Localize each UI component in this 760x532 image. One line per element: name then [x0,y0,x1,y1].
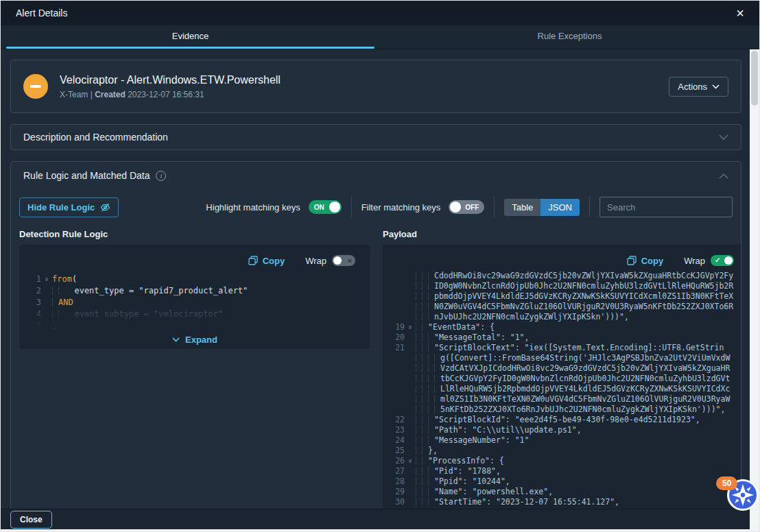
indent-guide [428,385,434,393]
indent-guide [428,343,434,352]
close-button[interactable]: Close [10,511,52,529]
fold-chevron-icon[interactable]: ∨ [41,274,52,285]
fold-gutter [405,466,416,476]
indent-guide [422,405,428,413]
line-number: 24 [387,435,405,446]
indent-guide [422,271,428,280]
tab-rule-exceptions[interactable]: Rule Exceptions [380,25,759,49]
indent-guide [416,395,422,403]
code-text: event_type = "rapid7_product_alert" [52,285,248,297]
copy-icon [248,256,258,265]
line-number [387,312,405,322]
fold-gutter [405,415,416,425]
code-line: 4 event_subtype = "velociraptor" [23,309,370,320]
line-number: 30 [387,497,405,507]
code-line: 21"ScriptBlockText": "iex([System.Text.E… [387,343,741,353]
vertical-divider [589,197,590,217]
indent-guide [416,364,422,372]
code-text: ml0ZS1Ib3N0KFtTeXN0ZW0uVGV4dC5FbmNvZGluZ… [416,394,730,404]
view-json-button[interactable]: JSON [541,199,580,216]
code-text: VzdCAtVXJpICdodHRwOi8vc29waG9zdGVzdC5jb2… [416,363,730,374]
line-number: 26 [387,456,405,466]
view-table-button[interactable]: Table [504,199,541,216]
code-text: ID0gW0NvbnZlcnRdOjpUb0Jhc2U2NFN0cmluZyhb… [416,281,733,291]
indent-guide [422,436,428,444]
toggle-on-label: ON [314,204,324,211]
page-scrollbar-track[interactable] [750,49,759,531]
indent-guide [428,333,434,341]
severity-medium-icon [23,74,48,99]
fold-gutter [405,425,416,435]
copy-button[interactable]: Copy [248,256,285,266]
indent-guide [428,405,434,413]
code-line: 30"StartTime": "2023-12-07 16:55:41.127"… [387,497,741,507]
indent-guide [428,395,434,403]
copy-label: Copy [263,256,285,266]
fold-gutter [41,297,52,309]
fold-chevron-icon[interactable]: ∨ [405,322,416,332]
hide-rule-logic-button[interactable]: Hide Rule Logic [19,197,119,217]
code-text: "Name": "powershell.exe", [416,487,553,497]
modal-header: Alert Details × [1,1,759,25]
fold-gutter [405,476,416,487]
fold-chevron-icon[interactable]: ∨ [405,456,416,466]
close-icon[interactable]: × [736,6,744,20]
line-number: 27 [387,466,405,476]
page-scrollbar-thumb[interactable] [751,51,758,106]
view-mode-segmented-control: Table JSON [504,199,580,216]
subtitle-separator: | [91,90,93,99]
indent-guide [416,405,422,413]
code-text: ) [52,320,57,332]
code-text: LlRleHQuRW5jb2RpbmddOjpVVEY4LkdldEJ5dGVz… [416,384,730,394]
rule-logic-section-header[interactable]: Rule Logic and Matched Data i [11,162,741,189]
indent-guide [416,333,422,341]
line-number: 2 [23,285,41,297]
actions-button[interactable]: Actions [669,77,728,97]
tab-evidence[interactable]: Evidence [1,25,380,49]
highlight-matching-keys-label: Highlight matching keys [206,202,300,213]
fold-gutter [405,363,416,374]
code-line: 25}, [387,446,741,456]
code-text: "EventData": { [416,322,495,332]
code-line: VzdCAtVXJpICdodHRwOi8vc29waG9zdGVzdC5jb2… [387,363,741,374]
indent-guide [428,477,434,485]
code-line: 27"Pid": "1788", [387,466,741,476]
code-line: 24"MessageNumber": "1" [387,435,741,446]
expand-link[interactable]: Expand [19,335,370,345]
code-line: 5nKFtDb252ZXJ0XTo6RnJvbUJhc2U2NFN0cmluZy… [387,404,741,415]
indent-guide [416,457,422,465]
indent-guide [416,498,422,506]
description-section: Description and Recommendation [10,124,741,150]
indent-guide [428,364,434,372]
chevron-down-icon [719,134,728,141]
copy-button[interactable]: Copy [627,256,664,266]
indent-guide [422,364,428,372]
code-text: from( [52,274,77,285]
indent-guide [416,374,422,383]
code-text: pbmddOjpVVEY4LkdldEJ5dGVzKCRyZXNwKSkKSUV… [416,291,733,302]
highlight-matching-keys-toggle[interactable]: ON [309,200,342,214]
wrap-toggle-off[interactable]: × [332,255,355,266]
wrap-toggle-on[interactable]: ✓ [711,255,734,266]
fold-gutter [405,394,416,404]
code-line: 5) [23,320,370,332]
line-number: 25 [387,446,405,456]
indent-guide [416,313,422,321]
indent-guide [422,302,428,311]
indent-guide [52,298,58,306]
detection-rule-logic-panel: Copy Wrap × 1∨from(2 event_type = "rapid… [19,245,370,349]
copy-label: Copy [641,256,664,266]
description-section-title: Description and Recommendation [23,132,168,143]
indent-guide [416,354,422,362]
code-text: "StartTime": "2023-12-07 16:55:41.127", [416,497,619,507]
filter-matching-keys-toggle[interactable]: OFF [449,200,484,214]
indent-guide [422,457,428,465]
indent-guide [434,364,440,372]
tab-bar: Evidence Rule Exceptions [1,25,759,49]
detection-rule-logic-label: Detection Rule Logic [19,229,370,239]
search-input[interactable] [599,197,733,217]
detection-rule-logic-column: Detection Rule Logic Copy Wrap × [19,229,370,509]
line-number [387,302,405,312]
alert-subtitle: X-Team | Created 2023-12-07 16:56:31 [60,90,281,99]
description-section-header[interactable]: Description and Recommendation [11,125,741,149]
